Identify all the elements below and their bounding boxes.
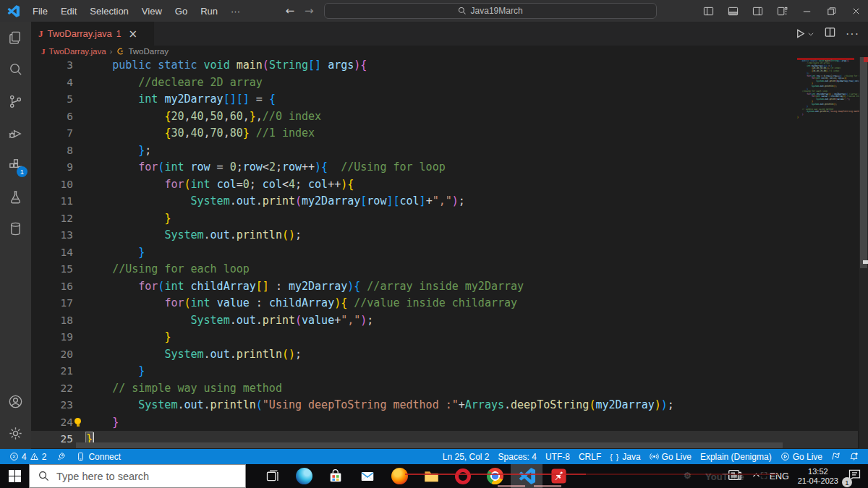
- menu-edit[interactable]: Edit: [55, 4, 82, 19]
- overview-error-marker: [864, 57, 868, 62]
- explorer-icon[interactable]: [0, 22, 31, 53]
- run-button[interactable]: [795, 28, 814, 39]
- clock[interactable]: 13:52 21-04-2023: [798, 467, 838, 486]
- tab-twodarray[interactable]: J TwoDarray.java 1 ×: [31, 22, 154, 46]
- line-number: 15: [31, 261, 73, 278]
- code-line: 13 System.out.println();: [31, 227, 858, 244]
- more-actions-icon[interactable]: ···: [846, 27, 859, 40]
- menu-selection[interactable]: Selection: [84, 4, 134, 19]
- line-number: 4: [31, 74, 73, 92]
- code-line: 4 //decleare 2D array: [31, 74, 858, 92]
- restore-button[interactable]: [819, 0, 843, 22]
- breadcrumb-symbol[interactable]: TwoDarray: [128, 47, 169, 56]
- line-number: 16: [31, 278, 73, 296]
- cursor-position[interactable]: Ln 25, Col 2: [439, 452, 493, 462]
- rocket-icon[interactable]: [53, 452, 69, 461]
- run-debug-icon[interactable]: [0, 117, 31, 149]
- vscode-logo-icon: [7, 5, 20, 17]
- problems-indicator[interactable]: 4 2: [6, 452, 50, 462]
- file-explorer-icon[interactable]: [415, 464, 447, 488]
- code-editor[interactable]: 3 public static void main(String[] args)…: [31, 57, 868, 449]
- date: 21-04-2023: [798, 476, 838, 485]
- code-line: 6 {20,40,50,60,},//0 index: [31, 108, 858, 126]
- customize-layout-icon[interactable]: [770, 0, 794, 22]
- horizontal-scrollbar[interactable]: [76, 442, 783, 448]
- code-line: 10 for(int col=0; col<4; col++){: [31, 176, 858, 194]
- explain-denigma-button[interactable]: Explain (Denigma): [697, 452, 775, 462]
- task-view-icon[interactable]: [256, 464, 288, 488]
- start-button[interactable]: [0, 464, 29, 488]
- code-line: 9 for(int row = 0;row<2;row++){ //Using …: [31, 159, 858, 176]
- play-circle-icon: [780, 452, 790, 461]
- menu-file[interactable]: File: [27, 4, 54, 19]
- time: 13:52: [808, 467, 828, 476]
- language-mode[interactable]: { } Java: [606, 452, 644, 462]
- split-editor-icon[interactable]: [825, 27, 835, 40]
- scrollbar-thumb[interactable]: [860, 57, 867, 268]
- settings-gear-icon[interactable]: [0, 417, 31, 449]
- feedback-flag-icon[interactable]: [827, 452, 844, 461]
- command-center-search[interactable]: Java19March: [324, 3, 657, 19]
- encoding[interactable]: UTF-8: [542, 452, 574, 462]
- edge-icon[interactable]: [288, 464, 320, 488]
- extensions-icon[interactable]: 1: [0, 149, 31, 181]
- account-icon[interactable]: [0, 385, 31, 417]
- notification-center-icon[interactable]: 1: [847, 467, 862, 485]
- mail-icon[interactable]: [352, 464, 383, 488]
- running-indicator: [534, 485, 561, 487]
- menu-more[interactable]: ···: [225, 4, 246, 19]
- menu-run[interactable]: Run: [195, 4, 224, 19]
- menu-go[interactable]: Go: [169, 4, 193, 19]
- go-live-2-button[interactable]: Go Live: [777, 452, 826, 462]
- taskbar-search-input[interactable]: Type here to search: [29, 464, 246, 488]
- menu-view[interactable]: View: [136, 4, 168, 19]
- line-number: 5: [31, 91, 73, 108]
- line-number: 25: [31, 431, 73, 448]
- code-line: 15 //Using for each loop: [31, 261, 858, 278]
- lightbulb-icon[interactable]: [75, 418, 81, 424]
- opera-icon[interactable]: [447, 464, 479, 488]
- show-hidden-icons[interactable]: [752, 471, 761, 482]
- line-number: 13: [31, 227, 73, 244]
- menu-bar: FileEditSelectionViewGoRun···: [27, 4, 246, 19]
- database-icon[interactable]: [0, 213, 31, 244]
- ghost-gear-icon: ⚙: [684, 471, 692, 481]
- indentation[interactable]: Spaces: 4: [495, 452, 540, 462]
- eol-sequence[interactable]: CRLF: [575, 452, 605, 462]
- toggle-sidebar-icon[interactable]: [696, 0, 720, 22]
- line-number: 21: [31, 363, 73, 380]
- code-line: 24 }: [31, 414, 858, 432]
- video-progress-line-dim: [586, 474, 778, 475]
- minimize-button[interactable]: [794, 0, 819, 22]
- screen: FileEditSelectionViewGoRun··· ← → Java19…: [0, 0, 868, 488]
- code-line: 21 }: [31, 363, 858, 380]
- search-placeholder: Type here to search: [56, 471, 149, 482]
- microsoft-store-icon[interactable]: [320, 464, 352, 488]
- code-line: 18 System.out.print(value+",");: [31, 312, 858, 330]
- source-control-icon[interactable]: [0, 85, 31, 117]
- connect-button[interactable]: Connect: [72, 452, 124, 462]
- back-arrow-icon[interactable]: ←: [285, 4, 294, 17]
- error-count: 4: [22, 452, 27, 462]
- line-number: 20: [31, 346, 73, 364]
- close-button[interactable]: [843, 0, 868, 22]
- line-number: 24: [31, 414, 73, 432]
- line-number: 6: [31, 108, 73, 126]
- language-indicator[interactable]: ENG: [770, 471, 789, 481]
- testing-icon[interactable]: [0, 181, 31, 213]
- vertical-scrollbar[interactable]: [859, 57, 868, 449]
- firefox-icon[interactable]: [383, 464, 415, 488]
- toggle-panel-icon[interactable]: [720, 0, 745, 22]
- tab-close-icon[interactable]: ×: [129, 27, 138, 40]
- minimap[interactable]: public static void main(String[] args){ …: [797, 58, 859, 127]
- toggle-secondary-sidebar-icon[interactable]: [745, 0, 770, 22]
- line-number: 22: [31, 380, 73, 398]
- search-sidebar-icon[interactable]: [0, 53, 31, 85]
- line-number: 8: [31, 142, 73, 160]
- breadcrumb-file[interactable]: TwoDarray.java: [49, 47, 106, 56]
- forward-arrow-icon[interactable]: →: [305, 4, 314, 17]
- code-line: 17 for(int value : childArray){ //value …: [31, 295, 858, 312]
- search-icon: [458, 7, 467, 15]
- go-live-button[interactable]: Go Live: [646, 452, 695, 462]
- notifications-bell-icon[interactable]: [846, 452, 862, 461]
